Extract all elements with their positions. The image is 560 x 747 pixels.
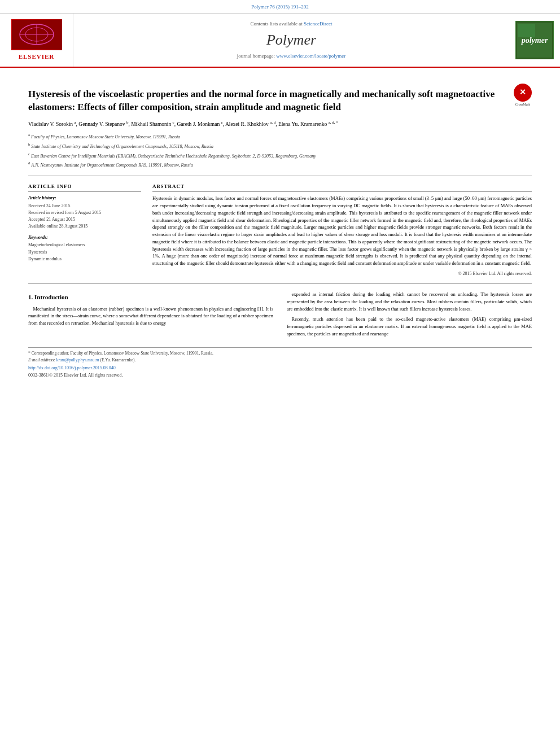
keywords-block: Keywords: Magnetorheological elastomers … <box>28 234 141 264</box>
email-line: E-mail address: kram@polly.phys.msu.ru (… <box>28 357 532 364</box>
intro-para-1: Mechanical hysteresis of an elastomer (r… <box>28 305 273 327</box>
article-history: Article history: Received 24 June 2015 R… <box>28 195 141 229</box>
affiliation-a: a Faculty of Physics, Lomonosov Moscow S… <box>28 132 532 141</box>
polymer-logo-area: polymer <box>509 14 560 67</box>
contents-label: Contents lists available at <box>251 21 303 27</box>
journal-citation: Polymer 76 (2015) 191–202 <box>0 0 560 14</box>
body-divider <box>28 283 532 284</box>
crossmark-icon: ✕ <box>514 84 532 102</box>
email-attribution: (E.Yu. Kramarenko). <box>100 357 135 362</box>
article-info-col: ARTICLE INFO Article history: Received 2… <box>28 183 141 277</box>
available-date: Available online 28 August 2015 <box>28 223 141 230</box>
body-col-right: expended as internal friction during the… <box>287 291 532 340</box>
history-label: Article history: <box>28 195 141 201</box>
author-stepanov: Gennady V. Stepanov b <box>78 121 128 127</box>
received-date: Received 24 June 2015 <box>28 203 141 209</box>
keyword-2: Hysteresis <box>28 249 141 256</box>
info-abstract-section: ARTICLE INFO Article history: Received 2… <box>28 183 532 277</box>
crossmark-badge[interactable]: ✕ CrossMark <box>514 84 532 102</box>
author-monkman: Gareth J. Monkman c <box>177 121 222 127</box>
abstract-heading: ABSTRACT <box>152 183 532 192</box>
section1-number: 1. <box>28 294 33 300</box>
main-content: Hysteresis of the viscoelastic propertie… <box>0 68 560 385</box>
corresponding-author: * Corresponding author. Faculty of Physi… <box>28 351 532 357</box>
intro-para-3: Recently, much attention has been paid t… <box>287 316 532 338</box>
homepage-label: journal homepage: <box>237 53 275 59</box>
page: Polymer 76 (2015) 191–202 ELSEVIER <box>0 0 560 747</box>
keyword-3: Dynamic modulus <box>28 256 141 263</box>
intro-para-2: expended as internal friction during the… <box>287 291 532 313</box>
abstract-text: Hysteresis in dynamic modulus, loss fact… <box>152 195 532 267</box>
authors-line: Vladislav V. Sorokin a, Gennady V. Stepa… <box>28 120 532 129</box>
affiliation-d: d A.N. Nesmeyanov Institute for Organoel… <box>28 160 532 169</box>
elsevier-logo-area: ELSEVIER <box>0 14 73 67</box>
journal-homepage: journal homepage: www.elsevier.com/locat… <box>237 53 345 60</box>
footnote-area: * Corresponding author. Faculty of Physi… <box>28 347 532 378</box>
elsevier-logo: ELSEVIER <box>11 19 62 61</box>
author-shamonin: Mikhail Shamonin c <box>131 121 174 127</box>
polymer-logo: polymer <box>515 21 554 59</box>
svg-rect-8 <box>518 24 535 37</box>
abstract-col: ABSTRACT Hysteresis in dynamic modulus, … <box>152 183 532 277</box>
article-title: Hysteresis of the viscoelastic propertie… <box>28 88 509 114</box>
body-col-left: 1. Introduction Mechanical hysteresis of… <box>28 291 273 340</box>
article-info-heading: ARTICLE INFO <box>28 183 141 192</box>
affiliations: a Faculty of Physics, Lomonosov Moscow S… <box>28 132 532 169</box>
accepted-date: Accepted 21 August 2015 <box>28 216 141 223</box>
issn-line: 0032-3861/© 2015 Elsevier Ltd. All right… <box>28 372 532 378</box>
svg-text:polymer: polymer <box>521 36 548 45</box>
elsevier-image <box>11 19 62 50</box>
body-col-right-text: expended as internal friction during the… <box>287 291 532 337</box>
journal-name: Polymer <box>266 30 316 50</box>
section1-heading: 1. Introduction <box>28 293 273 302</box>
section1-title: Introduction <box>34 294 68 300</box>
elsevier-wordmark: ELSEVIER <box>19 53 55 61</box>
affiliation-b: b State Institute of Chemistry and Techn… <box>28 142 532 150</box>
author-khokhlov: Alexei R. Khokhlov a, d <box>225 121 275 127</box>
body-col-left-text: Mechanical hysteresis of an elastomer (r… <box>28 305 273 327</box>
homepage-url[interactable]: www.elsevier.com/locate/polymer <box>276 53 345 59</box>
journal-header: ELSEVIER Contents lists available at Sci… <box>0 14 560 68</box>
sciencedirect-line: Contents lists available at ScienceDirec… <box>251 20 333 28</box>
copyright-line: © 2015 Elsevier Ltd. All rights reserved… <box>152 270 532 277</box>
journal-center-header: Contents lists available at ScienceDirec… <box>73 14 509 67</box>
received-revised-date: Received in revised form 5 August 2015 <box>28 209 141 216</box>
header-divider <box>28 176 532 176</box>
doi-line[interactable]: http://dx.doi.org/10.1016/j.polymer.2015… <box>28 365 532 371</box>
author-sorokin: Vladislav V. Sorokin a <box>28 121 76 127</box>
email-address[interactable]: kram@polly.phys.msu.ru <box>56 357 99 362</box>
author-kramarenko: Elena Yu. Kramarenko a, d, * <box>278 121 338 127</box>
sciencedirect-link[interactable]: ScienceDirect <box>304 21 332 27</box>
keyword-1: Magnetorheological elastomers <box>28 242 141 249</box>
body-section: 1. Introduction Mechanical hysteresis of… <box>28 291 532 340</box>
affiliation-c: c East Bavarian Centre for Intelligent M… <box>28 151 532 160</box>
citation-text: Polymer 76 (2015) 191–202 <box>251 4 309 10</box>
email-label: E-mail address: <box>28 357 55 362</box>
keywords-label: Keywords: <box>28 234 141 241</box>
